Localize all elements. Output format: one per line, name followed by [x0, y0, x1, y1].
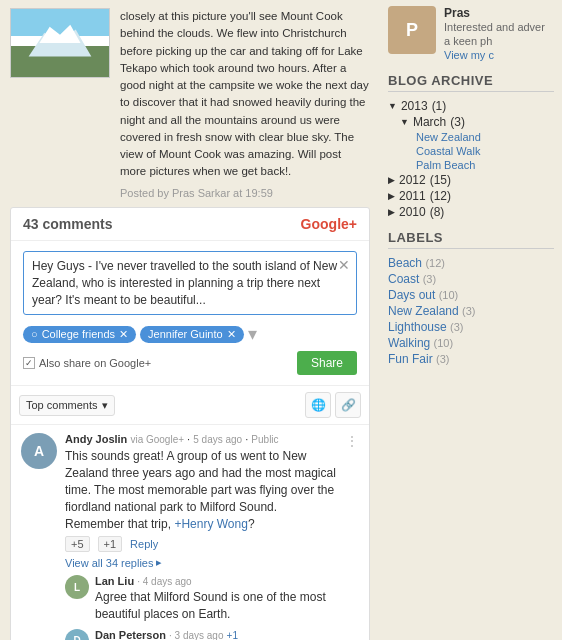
label-count: (10) [434, 337, 454, 349]
globe-icon[interactable]: 🌐 [305, 392, 331, 418]
profile-info: Pras Interested and adver a keen ph View… [444, 6, 554, 61]
archive-post-link[interactable]: Palm Beach [416, 158, 554, 172]
profile-card: P Pras Interested and adver a keen ph Vi… [388, 6, 554, 61]
comment-meta: Andy Joslin via Google+ · 5 days ago · P… [65, 433, 337, 445]
mention-link[interactable]: +Henry Wong [174, 517, 247, 531]
archive-year-2012[interactable]: ▶ 2012 (15) [388, 172, 554, 188]
close-icon[interactable]: ✕ [338, 256, 350, 276]
archive-title: BLOG ARCHIVE [388, 73, 554, 92]
year-count: (1) [432, 99, 447, 113]
comment-main: A Andy Joslin via Google+ · 5 days ago ·… [21, 433, 359, 552]
comment-time: 5 days ago [193, 434, 242, 445]
label-name: Beach [388, 256, 422, 270]
label-name: Lighthouse [388, 320, 447, 334]
sort-icons: 🌐 🔗 [305, 392, 361, 418]
label-item[interactable]: Beach (12) [388, 255, 554, 271]
reply-time: · 3 days ago [169, 630, 224, 640]
view-replies-link[interactable]: View all 34 replies ▸ [21, 552, 359, 571]
profile-name: Pras [444, 6, 554, 20]
reply-author: Dan Peterson [95, 629, 166, 640]
label-name: New Zealand [388, 304, 459, 318]
chevron-right-icon: ▶ [388, 207, 395, 217]
year-label: 2011 [399, 189, 426, 203]
reply-link[interactable]: Reply [130, 538, 158, 550]
label-name: Coast [388, 272, 419, 286]
avatar: L [65, 575, 89, 599]
reply-plus-count: +1 [227, 630, 238, 640]
comments-section: 43 comments Google+ Hey Guys - I've neve… [10, 207, 370, 640]
comment-actions: +5 +1 Reply [65, 536, 337, 552]
chevron-down-icon: ▼ [388, 101, 397, 111]
blog-archive-section: BLOG ARCHIVE ▼ 2013 (1) ▼ March (3) New … [388, 73, 554, 220]
month-label: March [413, 115, 446, 129]
label-item[interactable]: New Zealand (3) [388, 303, 554, 319]
label-item[interactable]: Days out (10) [388, 287, 554, 303]
also-share-row: ✓ Also share on Google+ Share [23, 351, 357, 375]
tags-row: ○ College friends ✕ Jennifer Guinto ✕ ▾ [23, 323, 357, 345]
sidebar: P Pras Interested and adver a keen ph Vi… [380, 0, 562, 640]
comment-author: Andy Joslin [65, 433, 127, 445]
share-button[interactable]: Share [297, 351, 357, 375]
year-label: 2012 [399, 173, 426, 187]
avatar: A [21, 433, 57, 469]
chevron-right-icon: ▶ [388, 175, 395, 185]
archive-year-2011[interactable]: ▶ 2011 (12) [388, 188, 554, 204]
sort-select[interactable]: Top comments ▾ [19, 395, 115, 416]
comment-visibility: Public [251, 434, 278, 445]
archive-year-2013[interactable]: ▼ 2013 (1) [388, 98, 554, 114]
month-count: (3) [450, 115, 465, 129]
reply-meta: Lan Liu · 4 days ago [95, 575, 359, 587]
google-plus-logo: Google+ [301, 216, 357, 232]
labels-list: Beach (12) Coast (3) Days out (10) New Z… [388, 255, 554, 367]
label-item[interactable]: Fun Fair (3) [388, 351, 554, 367]
reply-item: L Lan Liu · 4 days ago Agree that Milfor… [65, 575, 359, 623]
year-count: (12) [430, 189, 451, 203]
label-count: (3) [436, 353, 449, 365]
label-item[interactable]: Coast (3) [388, 271, 554, 287]
label-item[interactable]: Walking (10) [388, 335, 554, 351]
plus-count[interactable]: +5 [65, 536, 90, 552]
comments-count: 43 comments [23, 216, 112, 232]
archive-post-link[interactable]: New Zealand [416, 130, 554, 144]
share-text: Hey Guys - I've never travelled to the s… [32, 259, 337, 307]
archive-post-link[interactable]: Coastal Walk [416, 144, 554, 158]
jennifer-guinto-tag[interactable]: Jennifer Guinto ✕ [140, 326, 244, 343]
archive-2013-sub: ▼ March (3) New Zealand Coastal Walk Pal… [388, 114, 554, 172]
chevron-down-icon: ▾ [102, 399, 108, 412]
year-count: (8) [430, 205, 445, 219]
reply-text: Agree that Milford Sound is one of the m… [95, 589, 359, 623]
menu-icon[interactable]: ⋮ [345, 433, 359, 552]
comment-thread: A Andy Joslin via Google+ · 5 days ago ·… [11, 425, 369, 640]
label-count: (3) [462, 305, 475, 317]
label-count: (3) [450, 321, 463, 333]
march-posts: New Zealand Coastal Walk Palm Beach [400, 130, 554, 172]
archive-year-2010[interactable]: ▶ 2010 (8) [388, 204, 554, 220]
reply-body: Lan Liu · 4 days ago Agree that Milford … [95, 575, 359, 623]
posted-by: Posted by Pras Sarkar at 19:59 [120, 185, 370, 202]
tag-icon: ○ [31, 328, 38, 340]
post-image [10, 8, 110, 78]
reply-author: Lan Liu [95, 575, 134, 587]
post-text-body: closely at this picture you'll see Mount… [120, 8, 370, 181]
plus-one-btn[interactable]: +1 [98, 536, 123, 552]
profile-avatar: P [388, 6, 436, 54]
profile-link[interactable]: View my c [444, 49, 494, 61]
also-share-checkbox[interactable]: ✓ [23, 357, 35, 369]
tag-close-icon[interactable]: ✕ [227, 328, 236, 341]
link-icon[interactable]: 🔗 [335, 392, 361, 418]
tag-close-icon[interactable]: ✕ [119, 328, 128, 341]
label-item[interactable]: Lighthouse (3) [388, 319, 554, 335]
comment-body: Andy Joslin via Google+ · 5 days ago · P… [65, 433, 337, 552]
reply-thread: L Lan Liu · 4 days ago Agree that Milfor… [21, 575, 359, 640]
share-input[interactable]: Hey Guys - I've never travelled to the s… [23, 251, 357, 315]
year-count: (15) [430, 173, 451, 187]
college-friends-tag[interactable]: ○ College friends ✕ [23, 326, 136, 343]
archive-month-march[interactable]: ▼ March (3) [400, 114, 554, 130]
labels-title: LABELS [388, 230, 554, 249]
add-tag-icon[interactable]: ▾ [248, 323, 257, 345]
reply-body: Dan Peterson · 3 days ago +1 The scenery… [95, 629, 359, 640]
avatar: D [65, 629, 89, 640]
label-name: Walking [388, 336, 430, 350]
tag-label: College friends [42, 328, 115, 340]
label-count: (12) [425, 257, 445, 269]
